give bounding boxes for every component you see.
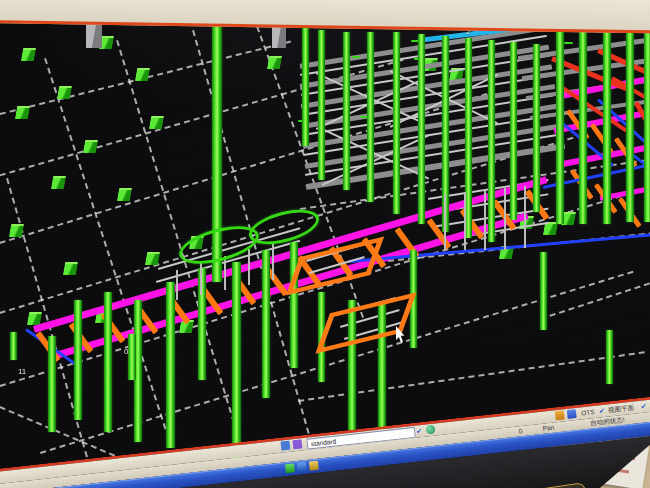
column-member[interactable] — [302, 26, 309, 146]
handrail-post[interactable] — [224, 256, 226, 290]
plane-view-checkbox[interactable]: ✔ — [599, 406, 606, 416]
handrail-post[interactable] — [464, 192, 466, 250]
quicklaunch-icon[interactable] — [309, 461, 319, 471]
plane-work-checkbox[interactable]: ✔ — [640, 401, 647, 411]
footing-block[interactable] — [21, 48, 36, 61]
column-member[interactable] — [318, 30, 325, 180]
column-member[interactable] — [232, 262, 241, 468]
handrail-post[interactable] — [444, 194, 446, 250]
pen-red-icon[interactable] — [56, 0, 76, 8]
handrail-post[interactable] — [200, 263, 202, 295]
check-icon[interactable]: ✔ — [416, 426, 423, 436]
quicklaunch-icon[interactable] — [297, 462, 307, 472]
ring-red-icon[interactable] — [8, 0, 28, 8]
footing-block[interactable] — [267, 56, 282, 69]
folder-icon[interactable] — [555, 410, 565, 420]
column-member[interactable] — [48, 336, 56, 432]
column-member[interactable] — [367, 32, 374, 202]
grid-line — [540, 282, 650, 319]
footing-block[interactable] — [117, 188, 132, 201]
grid-label: 0 — [124, 348, 128, 356]
column-member[interactable] — [74, 300, 82, 420]
column-member[interactable] — [533, 44, 540, 212]
column-member[interactable] — [626, 16, 634, 222]
beam-member[interactable] — [352, 56, 360, 58]
plane-view-label: 视图平面 — [608, 403, 635, 415]
handrail-post[interactable] — [176, 270, 178, 300]
column-member[interactable] — [262, 250, 270, 398]
column-member[interactable] — [579, 24, 587, 224]
coordinate-value: 0 — [518, 426, 523, 435]
column-member[interactable] — [510, 42, 517, 220]
handrail-post[interactable] — [524, 186, 526, 248]
column-member[interactable] — [606, 330, 613, 384]
beam-member[interactable] — [564, 42, 573, 44]
ortho-label: OTS — [581, 407, 595, 417]
footing-block[interactable] — [83, 140, 98, 153]
mini-tool-icon[interactable] — [280, 441, 290, 451]
platform-frame[interactable] — [315, 292, 416, 353]
footing-block[interactable] — [63, 262, 78, 275]
mini-tool-icon[interactable] — [292, 439, 302, 449]
footing-block[interactable] — [57, 86, 72, 99]
column-member[interactable] — [556, 28, 564, 224]
column-member[interactable] — [465, 38, 472, 238]
column-member[interactable] — [290, 242, 298, 368]
splendid-sticker: Splendid Engine — [505, 482, 587, 488]
column-member[interactable] — [540, 252, 547, 330]
handrail-post[interactable] — [504, 188, 506, 250]
column-member[interactable] — [10, 332, 17, 360]
footing-block[interactable] — [135, 68, 150, 81]
column-member[interactable] — [488, 40, 495, 242]
footing-block[interactable] — [15, 106, 30, 119]
footing-block[interactable] — [9, 224, 24, 237]
column-member[interactable] — [393, 32, 400, 214]
footing-block[interactable] — [149, 116, 164, 129]
ring-red-icon[interactable] — [32, 0, 52, 8]
quicklaunch-icon[interactable] — [285, 463, 295, 473]
footing-block[interactable] — [51, 176, 66, 189]
handrail-post[interactable] — [248, 249, 250, 285]
palette-icon[interactable] — [567, 409, 577, 419]
column-member[interactable] — [104, 292, 112, 432]
globe-icon[interactable] — [426, 425, 436, 435]
column-member[interactable] — [128, 334, 136, 380]
column-member[interactable] — [166, 282, 175, 448]
handrail-post[interactable] — [484, 190, 486, 250]
column-member[interactable] — [418, 34, 425, 224]
column-member[interactable] — [603, 20, 611, 224]
column-member[interactable] — [343, 32, 350, 190]
mode-label: Pan — [542, 423, 554, 433]
grid-label: 11 — [18, 368, 26, 376]
handrail-post[interactable] — [272, 242, 274, 280]
column-member[interactable] — [644, 14, 650, 222]
footing-block[interactable] — [145, 252, 160, 265]
